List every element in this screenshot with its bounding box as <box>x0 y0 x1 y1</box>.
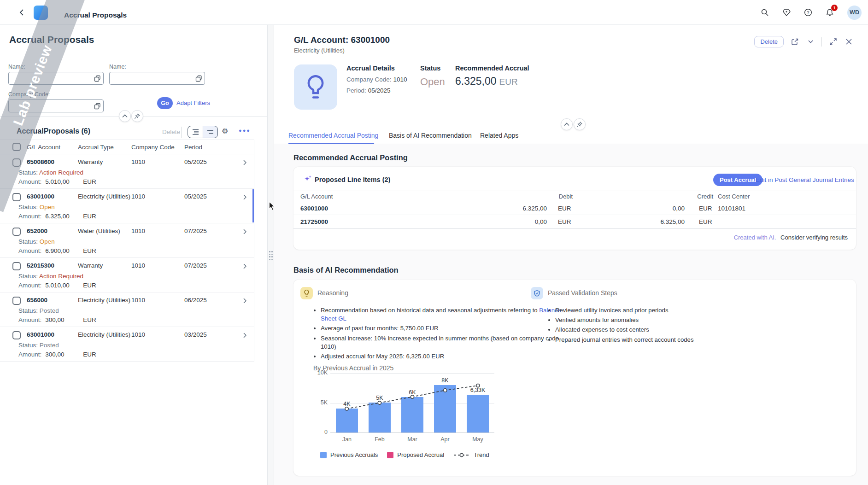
row-checkbox[interactable] <box>12 297 21 305</box>
reasoning-title: Reasoning <box>317 289 348 297</box>
value-help-icon[interactable] <box>94 75 101 82</box>
cell-company-code: 1010 <box>131 297 184 304</box>
company-code-filter-input[interactable] <box>8 99 104 112</box>
row-nav-chevron-icon[interactable] <box>243 160 246 165</box>
col-gl-account[interactable]: G/L Account <box>27 144 78 151</box>
table-bottom-border <box>293 228 856 228</box>
table-row[interactable]: 63001000 Electricity (Utilities) 1010 03… <box>0 327 254 362</box>
pin-header-button[interactable] <box>574 118 586 130</box>
condensed-view-icon[interactable] <box>203 126 218 138</box>
legend-proposed-accrual[interactable]: Proposed Accrual <box>387 451 444 458</box>
row-nav-chevron-icon[interactable] <box>243 229 246 234</box>
row-checkbox[interactable] <box>12 331 21 339</box>
table-row[interactable]: 65008600 Warranty 1010 05/2025 Status: A… <box>0 154 254 189</box>
name-filter-input-2[interactable] <box>109 72 205 85</box>
close-icon[interactable] <box>844 37 853 47</box>
tab-basis-of-ai-recommendation[interactable]: Basis of AI Recommendation <box>389 132 472 139</box>
row-checkbox[interactable] <box>12 262 21 270</box>
splitter-grip-handle[interactable] <box>269 251 272 260</box>
table-row[interactable]: 52015300 Warranty 1010 07/2025 Status: A… <box>0 258 254 292</box>
cell-accrual-type: Electricity (Utilities) <box>78 331 131 339</box>
reasoning-bullets: Recommendation based on historical data … <box>313 306 573 362</box>
cell-period: 07/2025 <box>184 228 226 235</box>
table-row[interactable]: 652000 Water (Utilities) 1010 07/2025 St… <box>0 223 254 258</box>
previous-accrual-chart: By Previous Accrual in 2025 10K5K04KJan5… <box>307 362 510 470</box>
svg-text:?: ? <box>807 10 809 15</box>
list-title: AccrualProposals (6) <box>17 127 90 135</box>
detail-delete-button[interactable]: Delete <box>754 36 784 47</box>
col-debit: Debit <box>432 193 577 200</box>
amount-value: 6.900,00 <box>45 247 72 254</box>
row-checkbox[interactable] <box>12 193 21 201</box>
tab-related-apps[interactable]: Related Apps <box>480 132 518 139</box>
company-code-value: 1010 <box>393 76 407 83</box>
collapse-filter-button[interactable] <box>119 110 131 122</box>
go-button[interactable]: Go <box>157 97 173 109</box>
avatar[interactable]: WD <box>847 6 862 20</box>
legend-trend[interactable]: Trend <box>453 451 489 458</box>
value-help-icon[interactable] <box>195 75 202 82</box>
row-nav-chevron-icon[interactable] <box>243 194 246 200</box>
cell-company-code: 1010 <box>131 262 184 269</box>
row-nav-chevron-icon[interactable] <box>243 298 246 304</box>
notifications-bell-icon[interactable]: 1 <box>826 8 834 17</box>
help-icon[interactable]: ? <box>804 8 812 17</box>
validation-title: Passed Validation Steps <box>548 289 617 297</box>
enter-fullscreen-icon[interactable] <box>828 37 838 47</box>
lightbulb-icon <box>304 74 328 100</box>
reasoning-bullet-text: Recommendation based on historical data … <box>321 307 539 314</box>
cell-period: 03/2025 <box>184 331 226 339</box>
status-label: Status: <box>18 238 38 245</box>
ai-assistant-icon[interactable] <box>782 8 791 17</box>
reasoning-lightbulb-icon <box>300 287 313 299</box>
actions-separator <box>821 37 822 47</box>
list-view-icon[interactable] <box>188 126 203 138</box>
share-icon[interactable] <box>790 37 799 47</box>
cell-gl-account: 21725000 <box>300 218 432 225</box>
cell-gl-account: 652000 <box>27 228 78 235</box>
table-row-selected[interactable]: 63001000 Electricity (Utilities) 1010 05… <box>0 189 254 223</box>
recommended-accrual-title: Recommended Accrual <box>455 64 529 72</box>
amount-currency: EUR <box>83 213 96 220</box>
value-help-icon[interactable] <box>94 103 101 110</box>
collapse-header-button[interactable] <box>561 118 573 130</box>
back-icon[interactable] <box>18 8 27 17</box>
col-period[interactable]: Period <box>184 144 226 151</box>
edit-journal-entries-link[interactable]: Edit in Post General Journal Entries <box>756 176 854 183</box>
select-all-checkbox[interactable] <box>12 143 21 151</box>
table-row[interactable]: 656000 Electricity (Utilities) 1010 06/2… <box>0 292 254 327</box>
cell-period: 07/2025 <box>184 262 226 269</box>
detail-tabbar: Recommended Accrual Posting Basis of AI … <box>274 130 868 144</box>
company-code-filter-field[interactable] <box>12 100 91 112</box>
panel-splitter[interactable] <box>268 25 274 485</box>
cell-credit: 0,00 <box>577 205 685 212</box>
status-block: Status Open <box>420 64 445 88</box>
search-icon[interactable] <box>761 8 769 17</box>
line-item-row[interactable]: 21725000 0,00 EUR 6.325,00 EUR <box>293 215 856 228</box>
pin-filter-button[interactable] <box>131 110 143 122</box>
cell-gl-account: 63001000 <box>27 193 78 200</box>
col-company-code[interactable]: Company Code <box>131 144 184 151</box>
line-item-row[interactable]: 63001000 6.325,00 EUR 0,00 EUR 10101801 <box>293 202 856 215</box>
tab-recommended-accrual-posting[interactable]: Recommended Accrual Posting <box>288 132 378 139</box>
status-value: Posted <box>40 307 59 314</box>
overflow-menu-icon[interactable]: ●●● <box>239 128 251 133</box>
post-accrual-button[interactable]: Post Accrual <box>713 174 762 186</box>
name-filter-input-2-field[interactable] <box>113 72 193 84</box>
list-delete-button[interactable]: Delete <box>162 129 180 135</box>
status-value: Open <box>40 238 55 245</box>
name-filter-input-1-field[interactable] <box>12 72 91 84</box>
chevron-down-icon[interactable] <box>116 15 122 19</box>
row-nav-chevron-icon[interactable] <box>243 333 246 338</box>
adapt-filters-link[interactable]: Adapt Filters <box>176 99 210 106</box>
navigated-row-indicator <box>252 189 254 222</box>
share-chevron-down-icon[interactable] <box>806 37 815 47</box>
row-checkbox[interactable] <box>12 158 21 167</box>
row-nav-chevron-icon[interactable] <box>243 263 246 269</box>
legend-previous-accruals[interactable]: Previous Accruals <box>320 451 378 458</box>
name-filter-input-1[interactable] <box>8 72 104 85</box>
row-checkbox[interactable] <box>12 228 21 236</box>
col-accrual-type[interactable]: Accrual Type <box>78 144 131 151</box>
settings-gear-icon[interactable]: ⚙ <box>222 127 228 135</box>
amount-label: Amount: <box>18 213 41 220</box>
